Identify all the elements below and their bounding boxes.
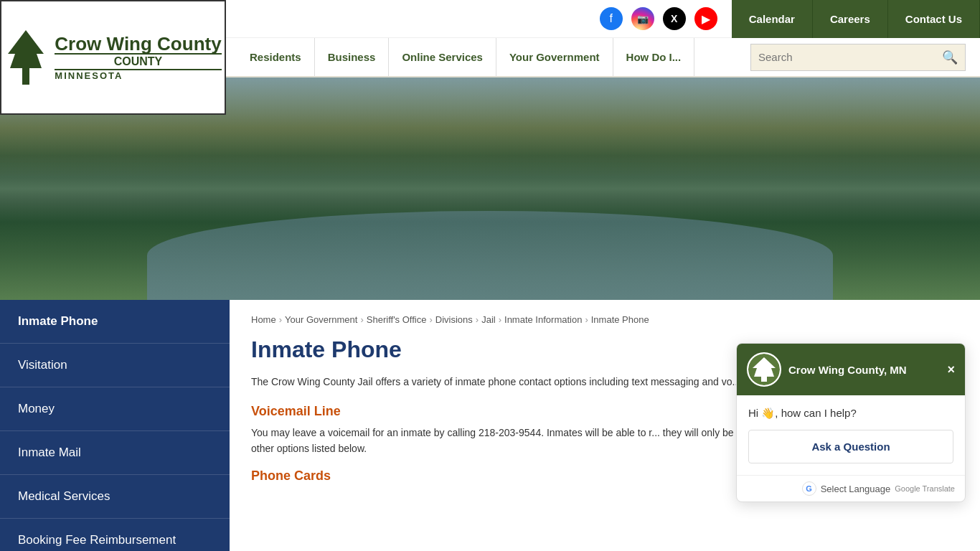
chat-body: Hi 👋, how can I help? Ask a Question — [737, 395, 965, 475]
breadcrumb-sep-6: › — [585, 314, 588, 325]
breadcrumb-inmate-information[interactable]: Inmate Information — [504, 314, 582, 325]
tree-icon — [4, 29, 47, 86]
chat-footer: G Select Language Google Translate — [737, 475, 965, 501]
contact-button[interactable]: Contact Us — [888, 0, 980, 38]
content-wrapper: Inmate Phone Visitation Money Inmate Mai… — [0, 300, 980, 551]
top-bar: Crow Wing County COUNTY MINNESOTA f 📷 X … — [0, 0, 980, 38]
chat-avatar — [747, 352, 781, 387]
chat-widget: Crow Wing County, MN × Hi 👋, how can I h… — [736, 343, 966, 502]
sidebar-item-inmate-mail[interactable]: Inmate Mail — [0, 431, 230, 475]
breadcrumb-sep-2: › — [360, 314, 363, 325]
search-input[interactable] — [758, 51, 942, 63]
search-button[interactable]: 🔍 — [942, 50, 958, 65]
breadcrumb-sep-3: › — [429, 314, 432, 325]
facebook-icon[interactable]: f — [600, 7, 623, 30]
logo-county: COUNTY — [55, 53, 221, 70]
instagram-icon[interactable]: 📷 — [631, 7, 654, 30]
breadcrumb-your-government[interactable]: Your Government — [285, 314, 357, 325]
google-icon: G — [802, 481, 816, 496]
nav-item-residents[interactable]: Residents — [237, 37, 315, 77]
x-twitter-icon[interactable]: X — [663, 7, 686, 30]
breadcrumb-divisions[interactable]: Divisions — [435, 314, 473, 325]
sidebar-item-inmate-phone[interactable]: Inmate Phone — [0, 300, 230, 344]
sidebar-item-visitation[interactable]: Visitation — [0, 344, 230, 387]
breadcrumb-sep-4: › — [476, 314, 479, 325]
chat-brand: Crow Wing County, MN — [788, 364, 940, 376]
nav-item-your-government[interactable]: Your Government — [496, 37, 613, 77]
chat-logo-icon — [750, 355, 778, 384]
careers-button[interactable]: Careers — [813, 0, 888, 38]
logo-title: Crow Wing County — [55, 34, 221, 53]
sidebar-item-booking-fee[interactable]: Booking Fee Reimbursement — [0, 519, 230, 551]
sidebar-item-medical-services[interactable]: Medical Services — [0, 475, 230, 519]
sidebar-item-money[interactable]: Money — [0, 387, 230, 431]
google-translate-label: Google Translate — [895, 484, 955, 493]
header-buttons: Calendar Careers Contact Us — [732, 0, 980, 38]
search-bar: 🔍 — [750, 44, 966, 71]
social-icons: f 📷 X ▶ — [600, 7, 717, 30]
chat-close-button[interactable]: × — [947, 362, 955, 377]
nav-item-online-services[interactable]: Online Services — [389, 37, 496, 77]
breadcrumb-sep-1: › — [279, 314, 282, 325]
breadcrumb-current: Inmate Phone — [591, 314, 649, 325]
site-logo[interactable]: Crow Wing County COUNTY MINNESOTA — [0, 0, 226, 115]
nav-item-how-do-i[interactable]: How Do I... — [613, 37, 695, 77]
chat-greeting: Hi 👋, how can I help? — [748, 407, 953, 420]
select-language-button[interactable]: Select Language — [821, 484, 891, 494]
chat-avatar-inner — [748, 354, 780, 385]
breadcrumb-sep-5: › — [499, 314, 501, 325]
breadcrumb-sheriffs-office[interactable]: Sheriff's Office — [367, 314, 427, 325]
breadcrumb-jail[interactable]: Jail — [481, 314, 496, 325]
logo-state: MINNESOTA — [55, 70, 123, 81]
main-content: Home › Your Government › Sheriff's Offic… — [230, 300, 980, 551]
nav-item-business[interactable]: Business — [315, 37, 390, 77]
breadcrumb-home[interactable]: Home — [251, 314, 276, 325]
chat-header: Crow Wing County, MN × — [737, 344, 965, 395]
svg-marker-0 — [8, 30, 44, 85]
sidebar: Inmate Phone Visitation Money Inmate Mai… — [0, 300, 230, 551]
ask-question-button[interactable]: Ask a Question — [748, 430, 953, 463]
breadcrumb: Home › Your Government › Sheriff's Offic… — [251, 314, 958, 325]
svg-marker-1 — [753, 357, 776, 382]
calendar-button[interactable]: Calendar — [732, 0, 813, 38]
youtube-icon[interactable]: ▶ — [694, 7, 717, 30]
